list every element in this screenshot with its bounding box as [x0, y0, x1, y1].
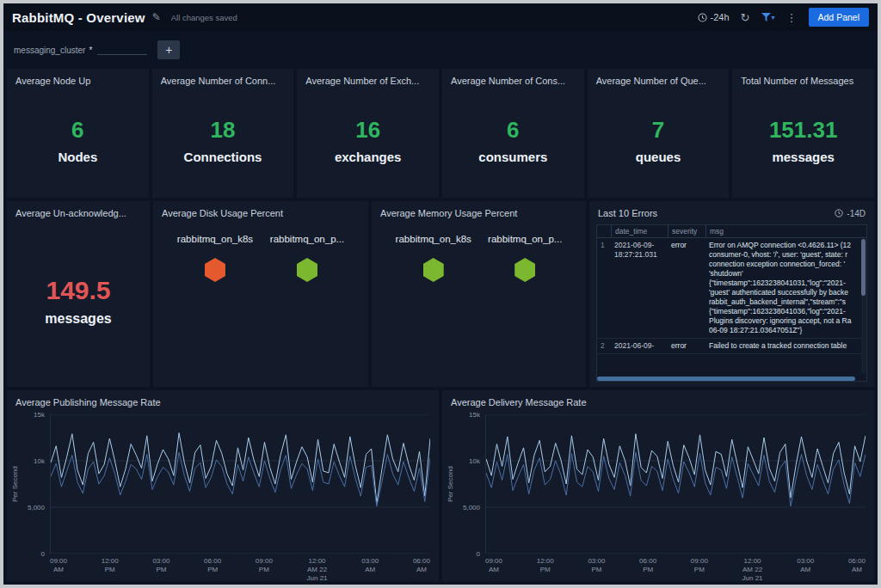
panel-disk-usage[interactable]: Average Disk Usage Percent rabbitmq_on_k…	[153, 201, 368, 387]
hexagon-icon[interactable]	[297, 258, 317, 282]
column-msg[interactable]: msg	[705, 225, 866, 237]
hexagon-icon[interactable]	[205, 258, 225, 282]
error-severity: error	[668, 241, 705, 335]
errors-time-range-button[interactable]: -14D	[835, 209, 866, 218]
filter-button[interactable]: ▾	[761, 13, 775, 22]
line-chart	[486, 414, 866, 554]
y-axis-ticks: 15k10k5,0000	[456, 414, 485, 554]
chart-plot-area[interactable]	[485, 414, 866, 554]
stat-unit: Nodes	[58, 150, 97, 164]
y-axis-label: Per Second	[444, 414, 456, 554]
page-title: RabbitMQ - Overview	[12, 10, 145, 25]
stat-unit: messages	[772, 150, 835, 164]
panel-total-messages[interactable]: Total Number of Messages 151.31 messages	[732, 69, 874, 198]
panel-title: Average Delivery Message Rate	[442, 390, 874, 411]
refresh-icon[interactable]: ↻	[741, 12, 750, 23]
panel-title: Average Disk Usage Percent	[153, 201, 368, 222]
stat-value: 6	[71, 117, 83, 144]
honeycomb-cell[interactable]: rabbitmq_on_k8s	[396, 234, 471, 282]
honeycomb-label: rabbitmq_on_p...	[270, 234, 344, 244]
clock-icon	[698, 13, 707, 22]
time-range-button[interactable]: -24h	[698, 12, 730, 22]
stat-row: Average Node Up 6 Nodes Average Number o…	[7, 69, 874, 198]
stat-value: 7	[652, 117, 664, 144]
row-number: 1	[597, 241, 611, 335]
stat-value: 151.31	[769, 117, 838, 144]
dashboard-content: Average Node Up 6 Nodes Average Number o…	[3, 69, 878, 585]
column-date-time[interactable]: date_time	[611, 225, 668, 237]
required-asterisk: *	[89, 46, 92, 55]
edit-icon[interactable]: ✎	[152, 11, 161, 23]
scrollbar-thumb[interactable]	[861, 239, 866, 296]
honeycomb-label: rabbitmq_on_k8s	[177, 234, 253, 244]
variable-label: messaging_cluster	[14, 46, 85, 55]
stat-value: 16	[355, 117, 380, 144]
panel-unacknowledged-messages[interactable]: Average Un-acknowledg... 149.5 messages	[7, 201, 150, 387]
error-row[interactable]: 2 2021-06-09- error Failed to create a t…	[597, 339, 866, 354]
horizontal-scrollbar[interactable]	[597, 377, 866, 381]
stat-value: 149.5	[46, 276, 110, 305]
honeycomb-cell[interactable]: rabbitmq_on_p...	[270, 234, 344, 282]
panel-average-connections[interactable]: Average Number of Conn... 18 Connections	[152, 69, 294, 198]
hexagon-icon[interactable]	[423, 258, 444, 282]
variable-input[interactable]	[97, 44, 147, 55]
line-chart	[51, 414, 430, 554]
stat-value: 18	[211, 117, 236, 144]
panel-title: Average Publishing Message Rate	[7, 390, 439, 411]
middle-row: Average Un-acknowledg... 149.5 messages …	[7, 201, 874, 387]
panel-memory-usage[interactable]: Average Memory Usage Percent rabbitmq_on…	[372, 201, 586, 387]
save-status: All changes saved	[171, 13, 237, 22]
error-severity: error	[668, 341, 705, 351]
filter-bar: messaging_cluster * +	[3, 31, 878, 69]
stat-unit: messages	[45, 311, 111, 327]
variable-messaging-cluster[interactable]: messaging_cluster *	[14, 44, 147, 57]
panel-average-consumers[interactable]: Average Number of Cons... 6 consumers	[442, 69, 584, 198]
x-axis-ticks: 09:00AM12:00PM03:00PM06:00PM09:00PM12:00…	[50, 554, 430, 579]
errors-table[interactable]: date_time severity msg 1 2021-06-09- 18:…	[596, 224, 867, 382]
error-row[interactable]: 1 2021-06-09- 18:27:21.031 error Error o…	[597, 238, 866, 339]
more-menu-icon[interactable]: ⋮	[786, 12, 798, 23]
panel-delivery-rate-chart[interactable]: Average Delivery Message Rate Per Second…	[442, 390, 874, 581]
scrollbar-thumb[interactable]	[597, 377, 855, 381]
hexagon-icon[interactable]	[514, 258, 535, 282]
header: RabbitMQ - Overview ✎ All changes saved …	[3, 3, 878, 31]
dashboard-frame: RabbitMQ - Overview ✎ All changes saved …	[0, 0, 881, 588]
error-message: Error on AMQP connection <0.4626.11> (12…	[705, 241, 866, 335]
stat-unit: queues	[636, 150, 681, 164]
column-severity[interactable]: severity	[668, 225, 705, 237]
panel-title: Last 10 Errors	[598, 208, 657, 218]
panel-last-10-errors[interactable]: Last 10 Errors -14D date_time severity m…	[589, 201, 874, 387]
honeycomb-cell[interactable]: rabbitmq_on_p...	[488, 234, 562, 282]
charts-row: Average Publishing Message Rate Per Seco…	[7, 390, 874, 581]
error-message: Failed to create a tracked connection ta…	[705, 341, 866, 351]
chart-plot-area[interactable]	[50, 414, 430, 554]
panel-average-node-up[interactable]: Average Node Up 6 Nodes	[7, 69, 149, 198]
funnel-icon	[761, 13, 771, 22]
panel-title: Average Memory Usage Percent	[372, 201, 586, 222]
add-variable-button[interactable]: +	[157, 40, 180, 59]
time-range-label: -24h	[711, 12, 730, 22]
errors-time-range-label: -14D	[847, 209, 866, 218]
y-axis-ticks: 15k10k5,0000	[21, 414, 50, 554]
stat-unit: Connections	[184, 150, 262, 164]
stat-unit: exchanges	[335, 150, 402, 164]
stat-value: 6	[507, 117, 519, 144]
add-panel-button[interactable]: Add Panel	[809, 8, 869, 27]
panel-publishing-rate-chart[interactable]: Average Publishing Message Rate Per Seco…	[7, 390, 439, 581]
chevron-down-icon: ▾	[772, 14, 775, 21]
panel-average-queues[interactable]: Average Number of Que... 7 queues	[588, 69, 730, 198]
stat-unit: consumers	[478, 150, 547, 164]
clock-icon	[835, 209, 843, 217]
honeycomb-label: rabbitmq_on_p...	[488, 234, 562, 244]
vertical-scrollbar[interactable]	[861, 239, 866, 374]
row-number: 2	[597, 341, 611, 351]
honeycomb-cell[interactable]: rabbitmq_on_k8s	[177, 234, 253, 282]
error-date: 2021-06-09-	[611, 341, 668, 351]
y-axis-label: Per Second	[9, 414, 21, 554]
column-index	[597, 225, 611, 237]
panel-average-exchanges[interactable]: Average Number of Exch... 16 exchanges	[297, 69, 439, 198]
honeycomb-label: rabbitmq_on_k8s	[396, 234, 471, 244]
error-date: 2021-06-09- 18:27:21.031	[611, 241, 668, 335]
x-axis-ticks: 09:00AM12:00PM03:00PM06:00PM09:00PM12:00…	[485, 554, 866, 579]
errors-table-header: date_time severity msg	[597, 225, 866, 238]
